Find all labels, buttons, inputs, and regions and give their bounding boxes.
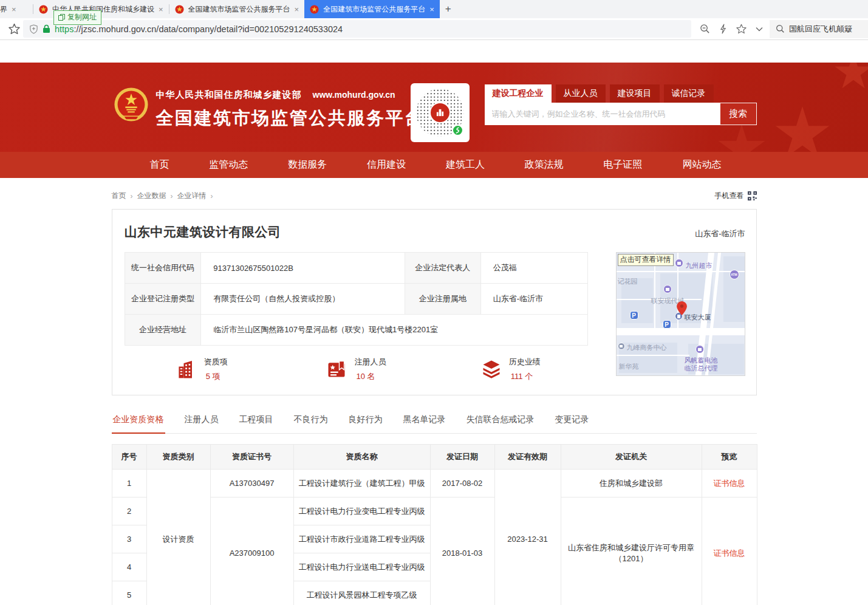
issue-date: 2018-01-03 <box>430 497 494 605</box>
location-map[interactable]: 点击可查看详情 九州超市 ATM 记花园 联安现代城 联安大厦 P P 九峰商务… <box>616 252 745 376</box>
stat-registered-personnel[interactable]: 注册人员 10 名 <box>279 357 433 382</box>
tab-strip: 界 × 中华人民共和国住房和城乡建设 × 全国建筑市场监管公共服务平台 × 全国… <box>0 0 868 18</box>
map-detail-hint[interactable]: 点击可查看详情 <box>618 254 674 266</box>
new-tab-button[interactable]: + <box>440 0 457 18</box>
company-info-table: 统一社会信用代码 91371302675501022B 企业法定代表人 公茂福 … <box>125 252 588 346</box>
table-row: 企业登记注册类型 有限责任公司（自然人投资或控股） 企业注册属地 山东省-临沂市 <box>125 284 587 315</box>
url-rest: ://jzsc.mohurd.gov.cn/data/company/detai… <box>73 24 343 34</box>
nav-item-supervision[interactable]: 监管动态 <box>209 159 248 171</box>
main-navigation: 首页 监管动态 数据服务 信用建设 建筑工人 政策法规 电子证照 网站动态 <box>0 152 868 178</box>
legal-rep-value: 公茂福 <box>480 253 587 284</box>
parking-icon: P <box>630 311 638 320</box>
col-header-authority: 发证机关 <box>561 445 702 470</box>
table-header-row: 序号 资质类别 资质证书号 资质名称 发证日期 发证有效期 发证机关 预览 <box>112 445 757 470</box>
tab-dishonesty[interactable]: 失信联合惩戒记录 <box>465 411 536 433</box>
browser-action-icons <box>700 24 763 34</box>
search-tab-project[interactable]: 建设项目 <box>610 84 660 103</box>
search-input[interactable] <box>485 103 720 125</box>
shield-icon[interactable] <box>29 24 38 34</box>
url-text: https://jzsc.mohurd.gov.cn/data/company/… <box>55 24 343 34</box>
close-icon[interactable]: × <box>295 5 299 13</box>
qr-code-icon <box>748 191 757 200</box>
col-header-validity: 发证有效期 <box>494 445 561 470</box>
reg-region-value: 山东省-临沂市 <box>480 284 587 315</box>
tab-bad-behavior[interactable]: 不良行为 <box>293 411 329 433</box>
validity-date: 2023-12-31 <box>494 470 561 605</box>
row-no: 5 <box>112 581 146 605</box>
close-icon[interactable]: × <box>159 5 163 13</box>
stat-value: 5 项 <box>204 371 228 382</box>
mobile-view-link[interactable]: 手机查看 <box>715 191 757 201</box>
nav-item-credit[interactable]: 信用建设 <box>367 159 406 171</box>
company-summary-card: 山东中元建筑设计有限公司 山东省-临沂市 统一社会信用代码 9137130267… <box>112 209 757 395</box>
search-tab-personnel[interactable]: 从业人员 <box>556 84 606 103</box>
close-icon[interactable]: × <box>429 5 434 13</box>
issuing-authority: 住房和城乡建设部 <box>561 470 702 497</box>
credit-code-value: 91371302675501022B <box>201 253 405 284</box>
tab-registered-personnel[interactable]: 注册人员 <box>183 411 220 433</box>
company-stats: 资质项 5 项 注册人员 10 名 <box>125 357 588 382</box>
breadcrumb-home[interactable]: 首页 <box>112 191 126 201</box>
browser-quick-search[interactable]: 国航回应飞机颠簸 <box>770 20 868 38</box>
site-logo-text: 中华人民共和国住房和城乡建设部 www.mohurd.gov.cn 全国建筑市场… <box>156 89 424 131</box>
search-tab-credit[interactable]: 诚信记录 <box>664 84 714 103</box>
certificate-info-link[interactable]: 证书信息 <box>714 479 745 488</box>
map-road <box>617 271 745 272</box>
tab-change-records[interactable]: 变更记录 <box>554 411 590 433</box>
qualification-name: 工程设计风景园林工程专项乙级 <box>293 581 430 605</box>
layers-icon <box>480 358 502 380</box>
address-bar[interactable]: https://jzsc.mohurd.gov.cn/data/company/… <box>23 20 691 38</box>
tab-qualifications[interactable]: 企业资质资格 <box>112 411 165 434</box>
qualification-name: 工程设计电力行业送电工程专业丙级 <box>293 553 430 581</box>
search-button[interactable]: 搜索 <box>720 103 757 125</box>
atm-poi-icon: ATM <box>730 270 739 279</box>
emblem-favicon-icon <box>39 5 48 14</box>
stat-qualifications[interactable]: 资质项 5 项 <box>125 357 279 382</box>
tab-blacklist[interactable]: 黑名单记录 <box>402 411 447 433</box>
company-name: 山东中元建筑设计有限公司 <box>125 224 281 241</box>
tab-good-behavior[interactable]: 良好行为 <box>347 411 384 433</box>
biz-center-poi-icon <box>618 343 625 350</box>
nav-item-data-service[interactable]: 数据服务 <box>288 159 327 171</box>
parking-icon: P <box>663 320 671 329</box>
nav-item-workers[interactable]: 建筑工人 <box>446 159 485 171</box>
browser-tab-active[interactable]: 全国建筑市场监管公共服务平台 × <box>304 0 440 18</box>
browser-tab-2[interactable]: 全国建筑市场监管公共服务平台 × <box>169 0 305 18</box>
breadcrumb: 首页 › 企业数据 › 企业详情 › 手机查看 <box>112 191 757 201</box>
nav-item-policy[interactable]: 政策法规 <box>525 159 564 171</box>
building-icon <box>176 358 197 380</box>
url-bar-row: https://jzsc.mohurd.gov.cn/data/company/… <box>0 18 868 40</box>
map-road <box>617 355 689 356</box>
row-no: 4 <box>112 553 146 581</box>
map-main-road <box>617 328 745 335</box>
close-icon[interactable]: × <box>12 5 16 13</box>
lightning-icon[interactable] <box>719 24 727 34</box>
stat-label: 注册人员 <box>354 357 386 367</box>
cert-number: A237009100 <box>210 497 293 605</box>
breadcrumb-separator: › <box>171 192 173 200</box>
tab-title: 全国建筑市场监管公共服务平台 <box>323 4 425 15</box>
tab-projects[interactable]: 工程项目 <box>238 411 275 433</box>
certificate-info-link[interactable]: 证书信息 <box>714 549 745 558</box>
wechat-icon <box>452 125 463 136</box>
battery-poi-icon <box>695 345 704 354</box>
bookmark-star-icon[interactable] <box>5 23 23 35</box>
cert-number: A137030497 <box>210 470 293 497</box>
map-block <box>723 256 745 322</box>
breadcrumb-company-data[interactable]: 企业数据 <box>137 191 166 201</box>
zoom-out-icon[interactable] <box>700 24 710 34</box>
nav-item-site-news[interactable]: 网站动态 <box>682 159 721 171</box>
nav-item-e-license[interactable]: 电子证照 <box>604 159 643 171</box>
stat-historical-performance[interactable]: 历史业绩 111 个 <box>433 357 587 382</box>
table-row: 企业经营地址 临沂市兰山区陶然路107号星河晶都（联安）现代城1号楼2201室 <box>125 315 587 346</box>
map-label-tower: 联安大厦 <box>685 313 711 322</box>
tab-title: 界 <box>0 4 7 15</box>
chevron-down-icon[interactable] <box>756 27 763 32</box>
lock-icon <box>43 24 50 33</box>
nav-item-home[interactable]: 首页 <box>150 159 169 171</box>
search-category-tabs: 建设工程企业 从业人员 建设项目 诚信记录 <box>485 84 757 103</box>
browser-tab-0[interactable]: 界 × <box>0 0 33 18</box>
favorite-star-icon[interactable] <box>736 24 747 34</box>
breadcrumb-company-detail[interactable]: 企业详情 <box>177 191 207 201</box>
search-tab-enterprise[interactable]: 建设工程企业 <box>485 84 552 103</box>
